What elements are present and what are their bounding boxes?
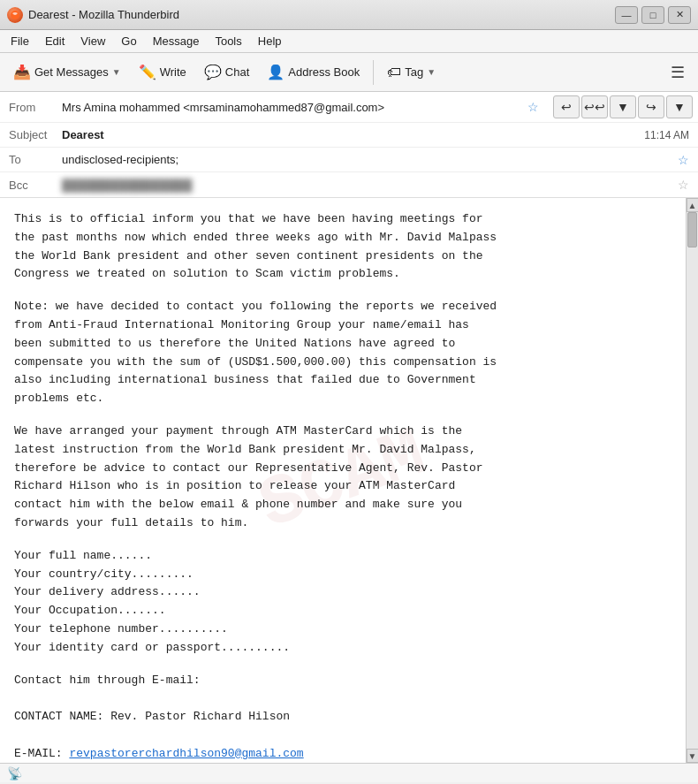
scroll-down-arrow[interactable]: ▼ [687,749,699,763]
menu-help[interactable]: Help [251,33,289,49]
email-content: SCAM This is to official inform you that… [0,198,686,763]
details-section: Your full name...... Your country/city..… [14,547,671,658]
minimize-button[interactable]: — [615,6,638,24]
tag-icon: 🏷 [387,65,401,80]
bcc-star-icon[interactable]: ☆ [678,178,689,192]
to-value: undisclosed-recipients; [62,153,672,166]
vertical-scrollbar[interactable]: ▲ ▼ [686,198,698,763]
reply-dropdown-button[interactable]: ▼ [610,95,636,118]
from-row: From Mrs Amina mohammed <mrsaminamohamme… [0,92,698,123]
write-icon: ✏️ [139,64,156,80]
bcc-row: Bcc ████████████████ ☆ [0,172,698,197]
toolbar-separator [373,60,374,85]
email-content-wrapper: SCAM This is to official inform you that… [0,198,698,763]
address-book-button[interactable]: 👤 Address Book [259,57,368,88]
star-icon[interactable]: ☆ [527,100,539,114]
scroll-thumb[interactable] [687,212,697,247]
forward-button[interactable]: ↪ [638,95,664,118]
menu-file[interactable]: File [4,33,36,49]
scroll-up-arrow[interactable]: ▲ [687,198,699,212]
paragraph-3: We have arranged your payment through AT… [14,422,671,533]
menu-view[interactable]: View [73,33,112,49]
forward-dropdown-button[interactable]: ▼ [666,95,693,118]
to-row: To undisclosed-recipients; ☆ [0,148,698,172]
paragraph-1: This is to official inform you that we h… [14,210,671,284]
app-icon [7,7,23,23]
status-bar: 📡 [0,763,698,782]
email-link[interactable]: revpastorerchardhilson90@gmail.com [69,747,303,760]
write-button[interactable]: ✏️ Write [131,57,194,88]
reply-all-button[interactable]: ↩↩ [581,95,608,118]
dropdown-arrow-icon[interactable]: ▼ [112,67,121,77]
tag-button[interactable]: 🏷 Tag ▼ [379,57,444,88]
to-star-icon[interactable]: ☆ [678,153,689,167]
subject-value: Dearest [62,128,644,141]
hamburger-menu-button[interactable]: ☰ [663,57,693,88]
scroll-track[interactable] [687,212,698,749]
subject-row: Subject Dearest 11:14 AM [0,123,698,148]
address-book-icon: 👤 [267,64,285,80]
reply-buttons: ↩ ↩↩ ▼ ↪ ▼ [548,92,698,122]
title-bar: Dearest - Mozilla Thunderbird — □ ✕ [0,0,698,30]
paragraph-2: Note: we have decided to contact you fol… [14,298,671,408]
email-header-area: From Mrs Amina mohammed <mrsaminamohamme… [0,92,698,198]
contact-section: Contact him through E-mail: CONTACT NAME… [14,672,671,763]
get-messages-icon: 📥 [13,64,31,80]
to-label: To [9,153,62,166]
menu-bar: File Edit View Go Message Tools Help [0,30,698,53]
get-messages-button[interactable]: 📥 Get Messages ▼ [5,57,129,88]
email-time: 11:14 AM [644,129,689,141]
window-title: Dearest - Mozilla Thunderbird [28,8,615,21]
menu-message[interactable]: Message [146,33,207,49]
menu-edit[interactable]: Edit [38,33,72,49]
menu-tools[interactable]: Tools [208,33,248,49]
tag-dropdown-icon: ▼ [427,67,436,77]
toolbar: 📥 Get Messages ▼ ✏️ Write 💬 Chat 👤 Addre… [0,53,698,92]
from-value: Mrs Amina mohammed <mrsaminamohammed87@g… [62,101,522,114]
menu-go[interactable]: Go [114,33,143,49]
subject-label: Subject [9,128,62,141]
chat-button[interactable]: 💬 Chat [196,57,257,88]
maximize-button[interactable]: □ [641,6,664,24]
reply-back-button[interactable]: ↩ [553,95,580,118]
bcc-value: ████████████████ [62,179,672,192]
bcc-label: Bcc [9,179,62,192]
chat-icon: 💬 [204,64,222,80]
status-icon: 📡 [7,766,22,780]
window-controls: — □ ✕ [615,6,691,24]
from-label: From [9,101,62,114]
close-button[interactable]: ✕ [668,6,691,24]
